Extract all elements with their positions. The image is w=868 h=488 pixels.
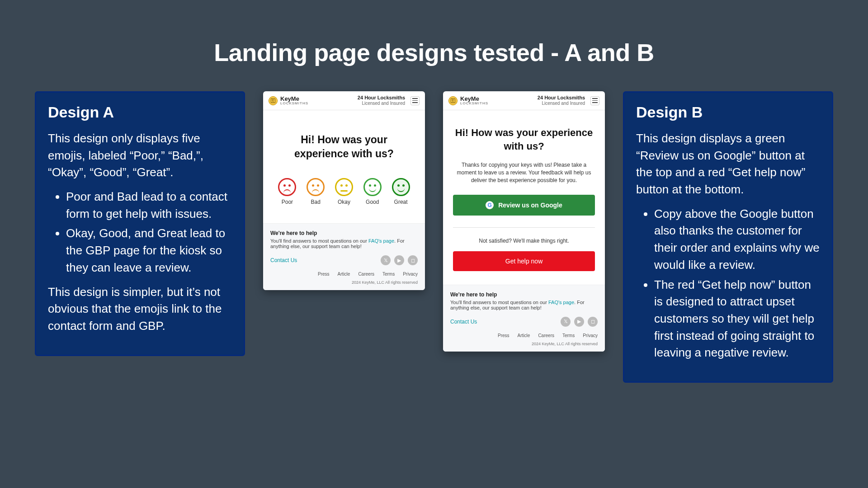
- youtube-icon[interactable]: ▶: [574, 317, 584, 327]
- footer-link[interactable]: Privacy: [583, 333, 598, 338]
- design-b-heading: Design B: [636, 103, 820, 121]
- design-a-bullets: Poor and Bad lead to a contact form to g…: [48, 188, 232, 276]
- footer-link[interactable]: Article: [518, 333, 530, 338]
- divider: [453, 227, 595, 228]
- social-icons: 𝕏 ▶ ◻: [381, 255, 418, 265]
- footer-heading: We're here to help: [270, 230, 418, 236]
- rating-poor[interactable]: Poor: [274, 178, 301, 205]
- key-icon: ⚿: [448, 96, 458, 105]
- design-b-intro: This design displays a green “Review us …: [636, 130, 820, 198]
- faq-link[interactable]: FAQ's page: [548, 300, 574, 305]
- review-google-label: Review us on Google: [498, 202, 562, 209]
- rating-okay[interactable]: Okay: [331, 178, 358, 205]
- twitter-icon[interactable]: 𝕏: [381, 255, 391, 265]
- footer-link[interactable]: Terms: [382, 272, 395, 277]
- copyright: 2024 KeyMe, LLC All rights reserved: [270, 280, 418, 285]
- phone-body-b: Hi! How was your experience with us? Tha…: [443, 110, 605, 285]
- list-item: The red “Get help now” button is designe…: [654, 277, 820, 361]
- content-row: Design A This design only displays five …: [0, 91, 868, 383]
- neutral-face-icon: [335, 178, 353, 196]
- phone-footer: We're here to help You'll find answers t…: [263, 223, 425, 290]
- header-line1: 24 Hour Locksmiths: [538, 95, 585, 101]
- sad-face-icon: [278, 178, 296, 196]
- copyright: 2024 KeyMe, LLC All rights reserved: [450, 342, 598, 346]
- rating-great[interactable]: Great: [387, 178, 414, 205]
- key-icon: ⚿: [269, 96, 278, 105]
- footer-links: Press Article Careers Terms Privacy: [270, 272, 418, 277]
- rating-label: Poor: [282, 199, 293, 205]
- review-google-button[interactable]: G Review us on Google: [453, 195, 595, 216]
- header-line2: Licensed and Insured: [358, 101, 405, 106]
- brand-sub: LOCKSMITHS: [280, 102, 308, 105]
- list-item: Poor and Bad lead to a contact form to g…: [66, 188, 232, 222]
- design-a-intro: This design only displays five emojis, l…: [48, 130, 232, 181]
- footer-link[interactable]: Careers: [538, 333, 554, 338]
- brand: ⚿ KeyMe LOCKSMITHS: [269, 96, 308, 105]
- rating-label: Okay: [338, 199, 350, 205]
- phone-header: ⚿ KeyMe LOCKSMITHS 24 Hour Locksmiths Li…: [263, 91, 425, 110]
- design-a-outro: This design is simpler, but it’s not obv…: [48, 284, 232, 335]
- phone-header: ⚿ KeyMe LOCKSMITHS 24 Hour Locksmiths Li…: [443, 91, 605, 110]
- footer-link[interactable]: Careers: [358, 272, 374, 277]
- header-line1: 24 Hour Locksmiths: [358, 95, 405, 101]
- footer-link[interactable]: Press: [318, 272, 330, 277]
- design-b-box: Design B This design displays a green “R…: [623, 91, 833, 383]
- hamburger-icon[interactable]: [590, 96, 599, 105]
- grin-face-icon: [392, 178, 410, 196]
- thanks-copy: Thanks for copying your keys with us! Pl…: [453, 161, 595, 185]
- list-item: Okay, Good, and Great lead to the GBP pa…: [66, 225, 232, 276]
- design-a-box: Design A This design only displays five …: [35, 91, 245, 356]
- youtube-icon[interactable]: ▶: [394, 255, 404, 265]
- slide-title: Landing page designs tested - A and B: [0, 0, 868, 91]
- rating-label: Good: [366, 199, 379, 205]
- hamburger-icon[interactable]: [410, 96, 420, 105]
- phone-heading: Hi! How was your experience with us?: [453, 126, 595, 153]
- phone-footer: We're here to help You'll find answers t…: [443, 285, 605, 352]
- phone-mock-b: ⚿ KeyMe LOCKSMITHS 24 Hour Locksmiths Li…: [443, 91, 605, 352]
- brand: ⚿ KeyMe LOCKSMITHS: [448, 96, 488, 105]
- google-icon: G: [486, 201, 494, 209]
- brand-sub: LOCKSMITHS: [460, 102, 488, 105]
- smile-face-icon: [363, 178, 382, 196]
- instagram-icon[interactable]: ◻: [588, 317, 598, 327]
- footer-link[interactable]: Press: [498, 333, 509, 338]
- footer-link[interactable]: Privacy: [403, 272, 418, 277]
- contact-us-link[interactable]: Contact Us: [450, 319, 477, 325]
- header-right-text: 24 Hour Locksmiths Licensed and Insured: [538, 95, 585, 106]
- header-right-text: 24 Hour Locksmiths Licensed and Insured: [358, 95, 405, 106]
- not-satisfied-text: Not satisfied? We'll make things right.: [453, 238, 595, 244]
- footer-body: You'll find answers to most questions on…: [270, 238, 418, 249]
- phone-heading: Hi! How was your experience with us?: [273, 133, 415, 161]
- footer-link[interactable]: Article: [338, 272, 350, 277]
- rating-good[interactable]: Good: [359, 178, 386, 205]
- footer-links: Press Article Careers Terms Privacy: [450, 333, 598, 338]
- design-b-bullets: Copy above the Google button also thanks…: [636, 206, 820, 361]
- twitter-icon[interactable]: 𝕏: [561, 317, 571, 327]
- phone-mock-a: ⚿ KeyMe LOCKSMITHS 24 Hour Locksmiths Li…: [263, 91, 425, 290]
- social-icons: 𝕏 ▶ ◻: [561, 317, 598, 327]
- footer-heading: We're here to help: [450, 291, 598, 298]
- footer-body: You'll find answers to most questions on…: [450, 300, 598, 310]
- rating-label: Great: [394, 199, 408, 205]
- contact-us-link[interactable]: Contact Us: [270, 257, 297, 263]
- footer-link[interactable]: Terms: [562, 333, 575, 338]
- list-item: Copy above the Google button also thanks…: [654, 206, 820, 274]
- faq-link[interactable]: FAQ's page: [368, 238, 394, 244]
- rating-bad[interactable]: Bad: [302, 178, 329, 205]
- phone-body-a: Hi! How was your experience with us? Poo…: [263, 110, 425, 223]
- instagram-icon[interactable]: ◻: [408, 255, 418, 265]
- frown-face-icon: [307, 178, 325, 196]
- emoji-row: Poor Bad Okay Good Great: [273, 178, 415, 205]
- design-a-heading: Design A: [48, 103, 232, 121]
- rating-label: Bad: [311, 199, 321, 205]
- get-help-button[interactable]: Get help now: [453, 251, 595, 271]
- header-line2: Licensed and Insured: [538, 101, 585, 106]
